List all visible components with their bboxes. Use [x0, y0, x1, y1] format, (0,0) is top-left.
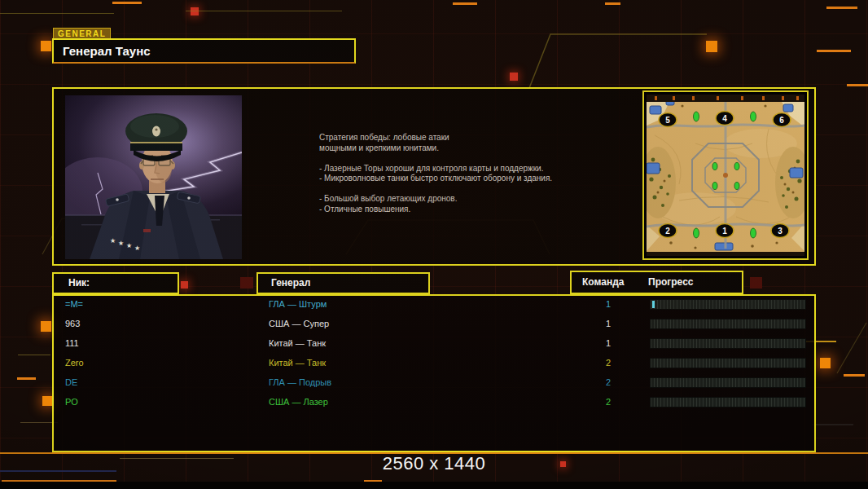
deco-dash [453, 2, 477, 5]
svg-text:★: ★ [126, 242, 132, 249]
nick-header-label: Ник: [68, 277, 90, 289]
player-general: США — Лазер [269, 392, 328, 412]
svg-text:★: ★ [118, 240, 124, 247]
general-column-header: Генерал [256, 272, 430, 294]
deco-dash [847, 84, 868, 86]
resolution-label: 2560 x 1440 [0, 453, 868, 474]
deco-square [191, 7, 199, 15]
spawn-point-4: 4 [722, 114, 727, 123]
player-nick: Zero [65, 353, 84, 372]
deco-dash [826, 7, 857, 9]
player-team: 1 [596, 314, 620, 333]
deco-dash [817, 50, 851, 52]
nick-column-header: Ник: [52, 272, 179, 294]
general-name: Генерал Таунс [63, 44, 151, 58]
progress-bar [650, 358, 806, 368]
deco-square [820, 358, 831, 368]
general-header-label: Генерал [271, 277, 310, 289]
deco-square [41, 321, 51, 332]
bottom-black-strip [0, 482, 868, 489]
player-general: ГЛА — Подрыв [269, 372, 331, 392]
spawn-point-3: 3 [778, 227, 783, 236]
deco-line [0, 13, 114, 14]
spawn-point-1: 1 [722, 227, 727, 236]
briefing-line: мощными и крепкими юнитами. [319, 143, 620, 154]
team-progress-header: Команда Прогресс [570, 271, 743, 294]
briefing-line: - Отличные повышения. [319, 205, 620, 215]
progress-header-label: Прогресс [648, 272, 693, 293]
deco-dash [112, 2, 142, 4]
briefing-line: - Большой выбор летающих дронов. [319, 194, 620, 205]
briefing-line [319, 184, 620, 195]
progress-bar [650, 397, 806, 408]
player-nick: 111 [65, 333, 79, 353]
player-nick: DE [65, 372, 77, 392]
player-team: 2 [596, 353, 620, 372]
svg-text:★: ★ [134, 244, 140, 252]
player-row: PO США — Лазер 2 [54, 392, 814, 412]
player-general: Китай — Танк [269, 333, 326, 353]
deco-square [750, 277, 762, 289]
deco-square [181, 281, 188, 289]
spawn-point-6: 6 [779, 116, 784, 125]
general-portrait: ★★ ★★ [65, 95, 242, 259]
deco-dash [17, 377, 36, 380]
player-team: 2 [596, 372, 620, 392]
progress-bar [650, 338, 806, 349]
player-row: 963 США — Супер 1 [54, 314, 814, 333]
briefing-line [319, 153, 620, 164]
player-team: 1 [596, 333, 620, 353]
spawn-point-2: 2 [665, 227, 670, 236]
svg-text:★: ★ [110, 237, 116, 244]
player-row: 111 Китай — Танк 1 [54, 333, 814, 353]
deco-dash [605, 2, 620, 5]
map-preview: 5 4 6 2 1 3 [642, 90, 809, 260]
player-general: Китай — Танк [269, 353, 326, 372]
deco-square [42, 396, 52, 406]
player-nick: =M= [65, 294, 83, 314]
player-team: 1 [596, 294, 620, 314]
briefing-line: - Микроволновые танки быстро отключают о… [319, 174, 620, 184]
player-row: =M= ГЛА — Штурм 1 [54, 294, 814, 314]
player-list-panel: =M= ГЛА — Штурм 1 963 США — Супер 1 111 … [52, 294, 816, 452]
general-name-box: Генерал Таунс [52, 38, 356, 64]
deco-square [240, 277, 253, 289]
player-nick: PO [65, 392, 78, 412]
loading-screen: GENERAL Генерал Таунс [0, 0, 868, 489]
progress-cursor [652, 301, 655, 308]
player-general: США — Супер [269, 314, 329, 333]
deco-square [41, 41, 51, 51]
briefing-line: Стратегия победы: лобовые атаки [319, 133, 620, 143]
general-info-panel: ★★ ★★ [52, 87, 816, 266]
spawn-point-5: 5 [665, 116, 670, 125]
deco-square [510, 73, 518, 81]
deco-line [186, 11, 342, 11]
player-row: Zero Китай — Танк 2 [54, 353, 814, 372]
player-nick: 963 [65, 314, 80, 333]
progress-bar [650, 299, 806, 310]
deco-dash [844, 374, 865, 377]
deco-square [706, 41, 717, 52]
player-general: ГЛА — Штурм [269, 294, 327, 314]
player-row: DE ГЛА — Подрыв 2 [54, 372, 814, 392]
strategy-briefing: Стратегия победы: лобовые атаки мощными … [319, 133, 620, 214]
briefing-line: - Лазерные Торы хороши для контроля карт… [319, 164, 620, 174]
player-team: 2 [596, 392, 620, 412]
progress-bar [650, 319, 806, 329]
deco-line [18, 355, 50, 355]
team-header-label: Команда [582, 272, 624, 293]
progress-bar [650, 377, 806, 388]
